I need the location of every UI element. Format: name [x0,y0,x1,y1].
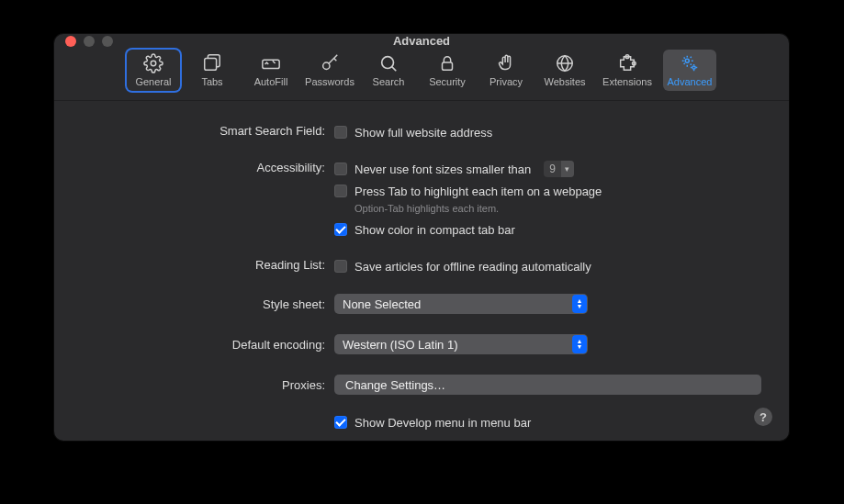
tab-label: Advanced [668,76,713,87]
accessibility-label: Accessibility: [82,160,334,174]
min-font-checkbox[interactable] [334,162,347,175]
tab-label: Security [429,76,466,87]
press-tab-hint: Option-Tab highlights each item. [354,203,761,214]
tab-tabs[interactable]: Tabs [186,50,239,91]
tab-websites[interactable]: Websites [538,50,591,91]
updown-icon: ▲▼ [572,295,587,313]
chevron-down-icon: ▾ [561,161,574,177]
advanced-panel: Smart Search Field: Show full website ad… [54,101,789,441]
tab-privacy[interactable]: Privacy [479,50,533,91]
hand-icon [496,53,516,73]
svg-rect-5 [443,62,453,70]
change-settings-button[interactable]: Change Settings… [334,375,761,395]
help-button[interactable]: ? [754,408,772,426]
svg-rect-1 [205,59,217,71]
key-icon [320,53,340,73]
min-font-text: Never use font sizes smaller than [354,162,531,176]
tab-search[interactable]: Search [362,50,415,91]
tab-label: Tabs [201,76,222,87]
tab-label: Extensions [602,76,652,87]
puzzle-icon [617,53,637,73]
tab-label: Passwords [305,76,354,87]
press-tab-text: Press Tab to highlight each item on a we… [354,185,602,198]
default-encoding-label: Default encoding: [82,334,334,352]
show-develop-checkbox[interactable] [334,416,347,429]
save-offline-text: Save articles for offline reading automa… [354,260,591,274]
min-font-stepper[interactable]: 9 ▾ [544,161,574,177]
style-sheet-select[interactable]: None Selected ▲▼ [334,294,588,314]
tab-advanced[interactable]: Advanced [663,50,716,91]
titlebar: Advanced [54,34,789,48]
lock-icon [437,53,457,73]
window-title: Advanced [54,34,789,48]
gears-icon [680,53,700,73]
tab-label: Search [373,76,405,87]
compact-color-text: Show color in compact tab bar [354,223,515,237]
default-encoding-value: Western (ISO Latin 1) [343,338,457,352]
pencil-icon [261,53,281,73]
svg-point-0 [151,61,156,66]
search-icon [378,53,399,73]
preferences-window: Advanced General Tabs AutoFill Passwor [54,34,789,441]
compact-color-checkbox[interactable] [334,223,347,236]
svg-point-9 [685,59,689,62]
tab-general[interactable]: General [127,50,180,91]
preferences-toolbar: General Tabs AutoFill Passwords Search [54,48,789,101]
tab-label: Privacy [490,76,523,87]
show-full-address-checkbox[interactable] [334,126,347,139]
tab-label: Websites [544,76,585,87]
tab-security[interactable]: Security [421,50,474,91]
tabs-icon [202,53,222,73]
style-sheet-value: None Selected [343,297,421,311]
svg-point-4 [382,57,394,69]
tab-extensions[interactable]: Extensions [597,50,658,91]
press-tab-checkbox[interactable] [334,185,347,197]
tab-label: AutoFill [254,76,288,87]
show-full-address-text: Show full website address [354,126,492,140]
smart-search-label: Smart Search Field: [82,123,334,138]
svg-point-10 [692,66,695,69]
tab-autofill[interactable]: AutoFill [244,50,298,91]
gear-icon [143,53,163,73]
default-encoding-select[interactable]: Western (ISO Latin 1) ▲▼ [334,334,588,354]
reading-list-label: Reading List: [82,257,334,272]
tab-passwords[interactable]: Passwords [303,50,356,91]
updown-icon: ▲▼ [572,335,587,353]
proxies-label: Proxies: [82,375,334,392]
style-sheet-label: Style sheet: [82,294,334,311]
tab-label: General [135,76,171,87]
show-develop-text: Show Develop menu in menu bar [354,416,531,430]
globe-icon [555,53,575,73]
save-offline-checkbox[interactable] [334,260,347,273]
